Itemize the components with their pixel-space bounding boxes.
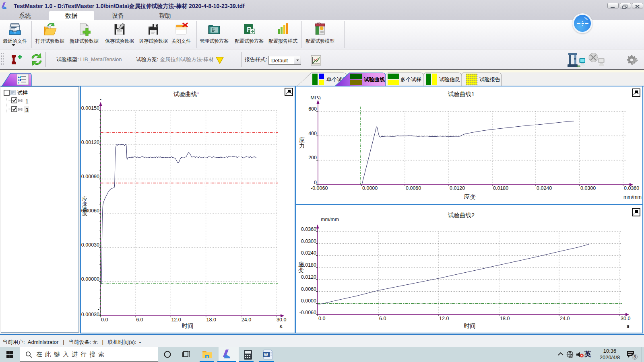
svg-text:-: - <box>98 306 99 312</box>
svg-text:12.0: 12.0 <box>171 317 181 323</box>
svg-text:0.0300: 0.0300 <box>301 239 316 244</box>
svg-text:试验曲线*: 试验曲线* <box>173 91 199 97</box>
svg-text:24.0: 24.0 <box>242 317 251 323</box>
svg-text:-0.0060: -0.0060 <box>311 185 328 191</box>
svg-text:6.0: 6.0 <box>136 317 143 323</box>
svg-text:3: 3 <box>634 354 636 359</box>
svg-text:600: 600 <box>308 106 317 112</box>
svg-text:mm/mm: mm/mm <box>623 194 642 200</box>
svg-text:0.0240: 0.0240 <box>301 250 316 256</box>
svg-text:0.00030: 0.00030 <box>81 312 99 317</box>
svg-text:度: 度 <box>82 210 87 216</box>
svg-text:试验报告: 试验报告 <box>479 76 500 82</box>
svg-text:0.0: 0.0 <box>101 317 108 323</box>
svg-text:-: - <box>100 97 101 102</box>
svg-text:0.0360: 0.0360 <box>624 185 639 191</box>
svg-text:0.0120: 0.0120 <box>301 274 316 280</box>
svg-text:应变: 应变 <box>464 193 476 200</box>
svg-text:0.0000: 0.0000 <box>362 185 378 191</box>
svg-text:6.0: 6.0 <box>379 316 386 321</box>
svg-text:30.0: 30.0 <box>277 317 286 323</box>
svg-text:18.0: 18.0 <box>206 317 216 323</box>
svg-text:0.0000: 0.0000 <box>301 298 316 304</box>
svg-text:-0.0060: -0.0060 <box>299 310 316 315</box>
svg-text:试验信息: 试验信息 <box>439 76 460 82</box>
svg-text:0.0060: 0.0060 <box>406 185 421 191</box>
svg-text:力: 力 <box>299 142 305 149</box>
svg-text:0.0060: 0.0060 <box>301 286 316 292</box>
svg-text:12.0: 12.0 <box>439 316 449 321</box>
svg-text:400: 400 <box>308 131 317 136</box>
svg-text:0: 0 <box>314 180 317 185</box>
svg-text:试样: 试样 <box>17 90 28 96</box>
svg-text:0.0: 0.0 <box>318 316 325 321</box>
svg-text:W: W <box>264 352 268 357</box>
svg-text:试验曲线2: 试验曲线2 <box>448 212 475 218</box>
svg-text:试验曲线: 试验曲线 <box>363 76 385 82</box>
svg-text:0.00000: 0.00000 <box>81 276 99 282</box>
svg-text:0.0120: 0.0120 <box>450 185 465 191</box>
svg-text:时间: 时间 <box>464 323 476 329</box>
svg-text:时间: 时间 <box>182 323 194 329</box>
svg-text:mm/mm: mm/mm <box>321 217 339 222</box>
svg-text:0.00150: 0.00150 <box>81 105 99 111</box>
svg-text:0.0240: 0.0240 <box>537 185 552 191</box>
svg-text:试验曲线1: 试验曲线1 <box>448 91 475 97</box>
svg-text:1: 1 <box>25 98 29 105</box>
svg-text:MPa: MPa <box>310 95 321 101</box>
svg-text:200: 200 <box>308 155 317 160</box>
svg-text:多个试样: 多个试样 <box>400 76 421 82</box>
svg-text:0.0180: 0.0180 <box>493 185 508 191</box>
svg-text:s: s <box>279 323 282 329</box>
svg-text:0.0360: 0.0360 <box>301 226 316 232</box>
svg-text:0.00030: 0.00030 <box>81 242 99 248</box>
svg-text:0.00090: 0.00090 <box>81 174 99 179</box>
svg-text:0.00120: 0.00120 <box>81 140 99 145</box>
svg-text:30.0: 30.0 <box>621 316 630 321</box>
svg-text:3: 3 <box>25 107 29 113</box>
svg-text:0.0300: 0.0300 <box>580 185 596 191</box>
svg-text:24.0: 24.0 <box>560 316 570 321</box>
svg-text:18.0: 18.0 <box>500 316 510 321</box>
svg-text:变: 变 <box>298 267 304 273</box>
svg-text:s: s <box>626 323 629 329</box>
